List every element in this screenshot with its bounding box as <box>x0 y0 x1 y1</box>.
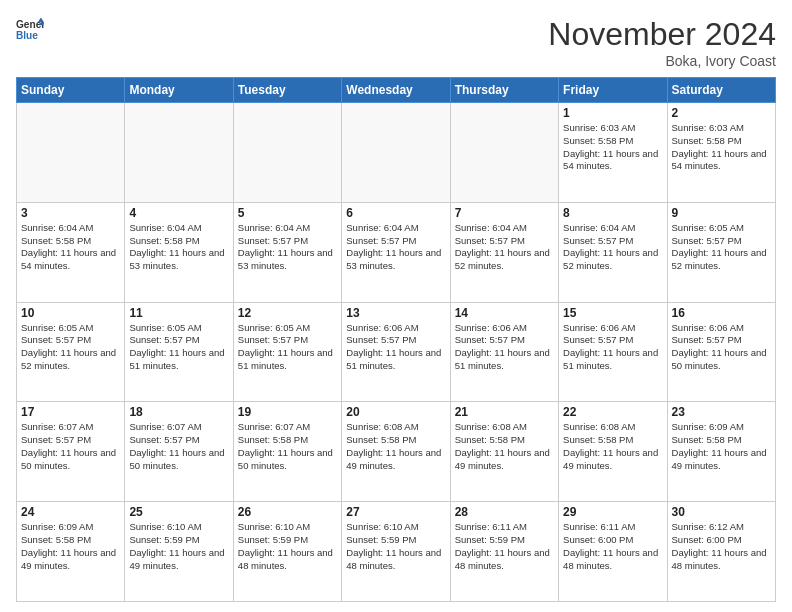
day-number: 14 <box>455 306 554 320</box>
day-number: 18 <box>129 405 228 419</box>
calendar-cell: 13Sunrise: 6:06 AM Sunset: 5:57 PM Dayli… <box>342 302 450 402</box>
calendar-cell <box>125 103 233 203</box>
calendar-cell: 10Sunrise: 6:05 AM Sunset: 5:57 PM Dayli… <box>17 302 125 402</box>
weekday-header-wednesday: Wednesday <box>342 78 450 103</box>
day-number: 12 <box>238 306 337 320</box>
day-info: Sunrise: 6:04 AM Sunset: 5:57 PM Dayligh… <box>346 222 445 273</box>
day-info: Sunrise: 6:10 AM Sunset: 5:59 PM Dayligh… <box>129 521 228 572</box>
day-info: Sunrise: 6:04 AM Sunset: 5:57 PM Dayligh… <box>455 222 554 273</box>
calendar-cell: 5Sunrise: 6:04 AM Sunset: 5:57 PM Daylig… <box>233 202 341 302</box>
calendar-week-row: 1Sunrise: 6:03 AM Sunset: 5:58 PM Daylig… <box>17 103 776 203</box>
calendar-cell: 19Sunrise: 6:07 AM Sunset: 5:58 PM Dayli… <box>233 402 341 502</box>
calendar-cell: 21Sunrise: 6:08 AM Sunset: 5:58 PM Dayli… <box>450 402 558 502</box>
day-info: Sunrise: 6:03 AM Sunset: 5:58 PM Dayligh… <box>672 122 771 173</box>
calendar-cell <box>17 103 125 203</box>
calendar-cell: 24Sunrise: 6:09 AM Sunset: 5:58 PM Dayli… <box>17 502 125 602</box>
day-number: 2 <box>672 106 771 120</box>
weekday-header-monday: Monday <box>125 78 233 103</box>
day-number: 4 <box>129 206 228 220</box>
title-block: November 2024 Boka, Ivory Coast <box>548 16 776 69</box>
day-info: Sunrise: 6:06 AM Sunset: 5:57 PM Dayligh… <box>346 322 445 373</box>
calendar-cell <box>233 103 341 203</box>
day-info: Sunrise: 6:10 AM Sunset: 5:59 PM Dayligh… <box>238 521 337 572</box>
day-info: Sunrise: 6:07 AM Sunset: 5:57 PM Dayligh… <box>21 421 120 472</box>
logo: General Blue <box>16 16 44 44</box>
day-number: 17 <box>21 405 120 419</box>
day-info: Sunrise: 6:04 AM Sunset: 5:58 PM Dayligh… <box>21 222 120 273</box>
day-info: Sunrise: 6:08 AM Sunset: 5:58 PM Dayligh… <box>346 421 445 472</box>
calendar-cell: 7Sunrise: 6:04 AM Sunset: 5:57 PM Daylig… <box>450 202 558 302</box>
calendar-cell: 12Sunrise: 6:05 AM Sunset: 5:57 PM Dayli… <box>233 302 341 402</box>
calendar-cell: 2Sunrise: 6:03 AM Sunset: 5:58 PM Daylig… <box>667 103 775 203</box>
day-number: 6 <box>346 206 445 220</box>
day-number: 11 <box>129 306 228 320</box>
calendar-cell: 30Sunrise: 6:12 AM Sunset: 6:00 PM Dayli… <box>667 502 775 602</box>
day-info: Sunrise: 6:10 AM Sunset: 5:59 PM Dayligh… <box>346 521 445 572</box>
day-info: Sunrise: 6:09 AM Sunset: 5:58 PM Dayligh… <box>21 521 120 572</box>
calendar-cell: 28Sunrise: 6:11 AM Sunset: 5:59 PM Dayli… <box>450 502 558 602</box>
day-number: 22 <box>563 405 662 419</box>
weekday-header-sunday: Sunday <box>17 78 125 103</box>
weekday-header-friday: Friday <box>559 78 667 103</box>
logo-icon: General Blue <box>16 16 44 44</box>
calendar-cell: 17Sunrise: 6:07 AM Sunset: 5:57 PM Dayli… <box>17 402 125 502</box>
svg-text:Blue: Blue <box>16 30 38 41</box>
day-number: 15 <box>563 306 662 320</box>
calendar-table: SundayMondayTuesdayWednesdayThursdayFrid… <box>16 77 776 602</box>
calendar-cell: 6Sunrise: 6:04 AM Sunset: 5:57 PM Daylig… <box>342 202 450 302</box>
calendar-cell <box>342 103 450 203</box>
day-number: 23 <box>672 405 771 419</box>
day-info: Sunrise: 6:05 AM Sunset: 5:57 PM Dayligh… <box>672 222 771 273</box>
calendar-cell: 23Sunrise: 6:09 AM Sunset: 5:58 PM Dayli… <box>667 402 775 502</box>
calendar-cell: 26Sunrise: 6:10 AM Sunset: 5:59 PM Dayli… <box>233 502 341 602</box>
weekday-header-saturday: Saturday <box>667 78 775 103</box>
calendar-cell: 16Sunrise: 6:06 AM Sunset: 5:57 PM Dayli… <box>667 302 775 402</box>
calendar-cell: 25Sunrise: 6:10 AM Sunset: 5:59 PM Dayli… <box>125 502 233 602</box>
calendar-cell: 22Sunrise: 6:08 AM Sunset: 5:58 PM Dayli… <box>559 402 667 502</box>
day-number: 28 <box>455 505 554 519</box>
day-number: 20 <box>346 405 445 419</box>
weekday-header-thursday: Thursday <box>450 78 558 103</box>
day-number: 10 <box>21 306 120 320</box>
calendar-cell: 29Sunrise: 6:11 AM Sunset: 6:00 PM Dayli… <box>559 502 667 602</box>
calendar-cell <box>450 103 558 203</box>
calendar-cell: 27Sunrise: 6:10 AM Sunset: 5:59 PM Dayli… <box>342 502 450 602</box>
calendar-cell: 3Sunrise: 6:04 AM Sunset: 5:58 PM Daylig… <box>17 202 125 302</box>
day-info: Sunrise: 6:09 AM Sunset: 5:58 PM Dayligh… <box>672 421 771 472</box>
day-number: 30 <box>672 505 771 519</box>
day-number: 25 <box>129 505 228 519</box>
day-info: Sunrise: 6:07 AM Sunset: 5:57 PM Dayligh… <box>129 421 228 472</box>
day-number: 13 <box>346 306 445 320</box>
day-number: 29 <box>563 505 662 519</box>
day-info: Sunrise: 6:05 AM Sunset: 5:57 PM Dayligh… <box>238 322 337 373</box>
day-info: Sunrise: 6:03 AM Sunset: 5:58 PM Dayligh… <box>563 122 662 173</box>
day-info: Sunrise: 6:04 AM Sunset: 5:58 PM Dayligh… <box>129 222 228 273</box>
day-number: 3 <box>21 206 120 220</box>
header: General Blue November 2024 Boka, Ivory C… <box>16 16 776 69</box>
calendar-cell: 9Sunrise: 6:05 AM Sunset: 5:57 PM Daylig… <box>667 202 775 302</box>
day-number: 24 <box>21 505 120 519</box>
day-number: 26 <box>238 505 337 519</box>
calendar-week-row: 3Sunrise: 6:04 AM Sunset: 5:58 PM Daylig… <box>17 202 776 302</box>
calendar-cell: 20Sunrise: 6:08 AM Sunset: 5:58 PM Dayli… <box>342 402 450 502</box>
day-info: Sunrise: 6:08 AM Sunset: 5:58 PM Dayligh… <box>455 421 554 472</box>
calendar-cell: 4Sunrise: 6:04 AM Sunset: 5:58 PM Daylig… <box>125 202 233 302</box>
calendar-week-row: 24Sunrise: 6:09 AM Sunset: 5:58 PM Dayli… <box>17 502 776 602</box>
day-info: Sunrise: 6:06 AM Sunset: 5:57 PM Dayligh… <box>563 322 662 373</box>
calendar-week-row: 10Sunrise: 6:05 AM Sunset: 5:57 PM Dayli… <box>17 302 776 402</box>
day-info: Sunrise: 6:06 AM Sunset: 5:57 PM Dayligh… <box>672 322 771 373</box>
page: General Blue November 2024 Boka, Ivory C… <box>0 0 792 612</box>
day-number: 5 <box>238 206 337 220</box>
day-number: 1 <box>563 106 662 120</box>
day-info: Sunrise: 6:05 AM Sunset: 5:57 PM Dayligh… <box>129 322 228 373</box>
day-info: Sunrise: 6:06 AM Sunset: 5:57 PM Dayligh… <box>455 322 554 373</box>
day-number: 16 <box>672 306 771 320</box>
calendar-cell: 11Sunrise: 6:05 AM Sunset: 5:57 PM Dayli… <box>125 302 233 402</box>
day-info: Sunrise: 6:11 AM Sunset: 6:00 PM Dayligh… <box>563 521 662 572</box>
day-number: 19 <box>238 405 337 419</box>
calendar-cell: 1Sunrise: 6:03 AM Sunset: 5:58 PM Daylig… <box>559 103 667 203</box>
day-number: 9 <box>672 206 771 220</box>
day-info: Sunrise: 6:05 AM Sunset: 5:57 PM Dayligh… <box>21 322 120 373</box>
day-info: Sunrise: 6:04 AM Sunset: 5:57 PM Dayligh… <box>563 222 662 273</box>
day-info: Sunrise: 6:11 AM Sunset: 5:59 PM Dayligh… <box>455 521 554 572</box>
